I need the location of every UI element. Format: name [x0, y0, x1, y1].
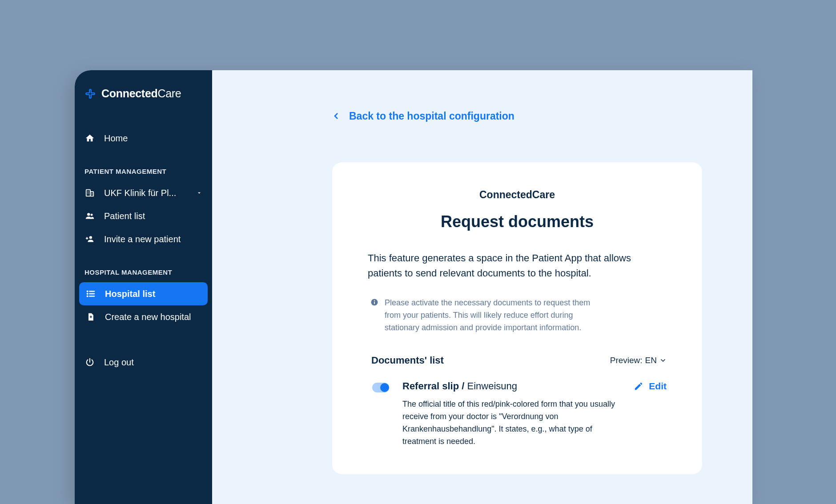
sidebar-item-label: Log out: [104, 357, 202, 368]
svg-point-11: [91, 214, 93, 216]
back-link-label: Back to the hospital configuration: [349, 110, 514, 122]
sidebar-section-patient-mgmt: PATIENT MANAGEMENT: [75, 168, 212, 181]
sidebar-item-label: Hospital list: [105, 289, 201, 299]
svg-point-15: [87, 293, 88, 294]
info-text: Please activate the necessary documents …: [385, 297, 607, 334]
caret-down-icon: [196, 190, 202, 196]
document-description: The official title of this red/pink-colo…: [402, 398, 620, 448]
logo-text: ConnectedCare: [101, 87, 181, 100]
document-title: Referral slip / Einweisung: [402, 380, 517, 392]
document-toggle[interactable]: [372, 383, 389, 392]
building-icon: [84, 188, 95, 198]
card-brand: ConnectedCare: [368, 189, 667, 201]
preview-language-selector[interactable]: Preview: EN: [610, 356, 667, 365]
new-file-icon: [85, 312, 96, 322]
list-icon: [85, 288, 96, 299]
app-window: ConnectedCare Home PATIENT MANAGEMENT: [75, 70, 752, 504]
home-icon: [84, 133, 95, 144]
feature-card: ConnectedCare Request documents This fea…: [332, 162, 702, 474]
sidebar-item-invite-patient[interactable]: Invite a new patient: [75, 228, 212, 251]
sidebar-item-hospital-list[interactable]: Hospital list: [79, 282, 208, 305]
power-icon: [84, 357, 95, 368]
sidebar-item-label: Patient list: [104, 211, 202, 221]
preview-label: Preview:: [610, 356, 643, 365]
chevron-left-icon: [332, 112, 341, 121]
svg-point-12: [89, 236, 92, 239]
sidebar-item-label: UKF Klinik für Pl...: [104, 188, 187, 198]
svg-rect-22: [374, 302, 375, 304]
svg-point-13: [87, 291, 88, 292]
logo: ConnectedCare: [75, 87, 212, 127]
people-icon: [84, 211, 95, 221]
sidebar-section-hospital-mgmt: HOSPITAL MANAGEMENT: [75, 268, 212, 282]
sidebar-item-home[interactable]: Home: [75, 127, 212, 150]
sidebar-item-clinic-selector[interactable]: UKF Klinik für Pl...: [75, 181, 212, 204]
edit-document-button[interactable]: Edit: [634, 381, 667, 392]
documents-list-title: Documents' list: [371, 355, 444, 366]
svg-rect-1: [90, 192, 93, 196]
info-icon: [370, 298, 378, 306]
preview-language-value: EN: [645, 356, 657, 365]
svg-point-21: [374, 300, 375, 301]
svg-point-10: [87, 213, 90, 216]
svg-point-17: [87, 296, 88, 297]
sidebar: ConnectedCare Home PATIENT MANAGEMENT: [75, 70, 212, 504]
edit-label: Edit: [649, 381, 667, 392]
logo-icon: [84, 88, 96, 100]
sidebar-item-logout[interactable]: Log out: [75, 351, 212, 374]
sidebar-item-label: Create a new hospital: [105, 312, 201, 322]
sidebar-item-patient-list[interactable]: Patient list: [75, 204, 212, 228]
feature-description: This feature generates a space in the Pa…: [368, 251, 667, 281]
sidebar-item-create-hospital[interactable]: Create a new hospital: [79, 305, 208, 328]
sidebar-item-label: Invite a new patient: [104, 234, 202, 244]
documents-list-header: Documents' list Preview: EN: [368, 355, 667, 366]
main-content: Back to the hospital configuration Conne…: [212, 70, 752, 504]
info-banner: Please activate the necessary documents …: [368, 297, 667, 334]
document-item: Referral slip / Einweisung Edit: [368, 380, 667, 448]
svg-rect-0: [86, 190, 90, 196]
back-link[interactable]: Back to the hospital configuration: [332, 110, 752, 122]
pencil-icon: [634, 381, 643, 391]
sidebar-item-label: Home: [104, 133, 202, 144]
chevron-down-icon: [659, 357, 667, 364]
page-title: Request documents: [368, 212, 667, 231]
add-person-icon: [84, 234, 95, 244]
